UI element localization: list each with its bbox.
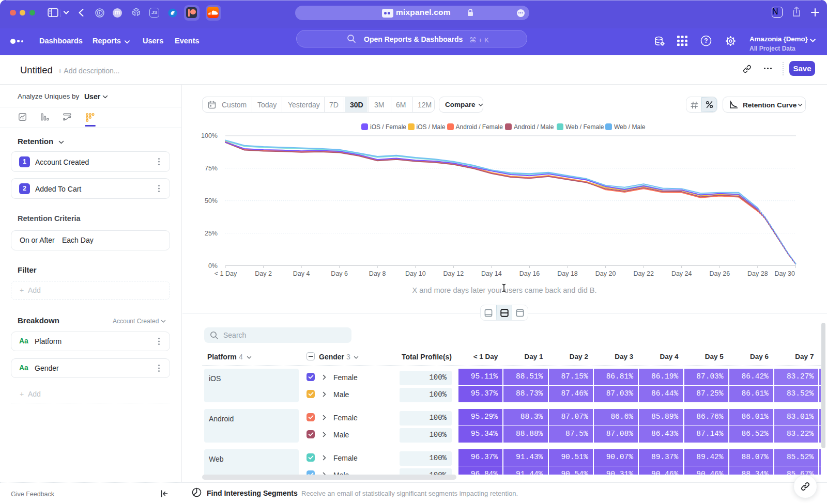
svg-text:Day 20: Day 20	[595, 270, 616, 277]
svg-text:Day 22: Day 22	[633, 270, 654, 277]
svg-text:?: ?	[704, 37, 708, 44]
svg-text:25%: 25%	[205, 230, 218, 237]
svg-text:Day 26: Day 26	[709, 270, 730, 277]
svg-text:Day 6: Day 6	[331, 270, 348, 277]
svg-text:100%: 100%	[201, 132, 218, 139]
svg-text:Day 4: Day 4	[293, 270, 310, 277]
svg-text:Day 24: Day 24	[671, 270, 692, 277]
svg-text:75%: 75%	[205, 165, 218, 172]
svg-text:< 1 Day: < 1 Day	[215, 270, 237, 277]
svg-text:Day 8: Day 8	[369, 270, 386, 277]
svg-text:Day 28: Day 28	[747, 270, 768, 277]
svg-text:Day 12: Day 12	[443, 270, 464, 277]
svg-text:0%: 0%	[208, 262, 218, 270]
svg-text:Day 30: Day 30	[774, 270, 795, 277]
svg-text:Day 10: Day 10	[405, 270, 426, 277]
svg-text:50%: 50%	[205, 197, 218, 204]
svg-text:Day 14: Day 14	[481, 270, 502, 277]
svg-text:Day 16: Day 16	[519, 270, 540, 277]
svg-text:Day 18: Day 18	[557, 270, 578, 277]
svg-text:Day 2: Day 2	[255, 270, 272, 277]
